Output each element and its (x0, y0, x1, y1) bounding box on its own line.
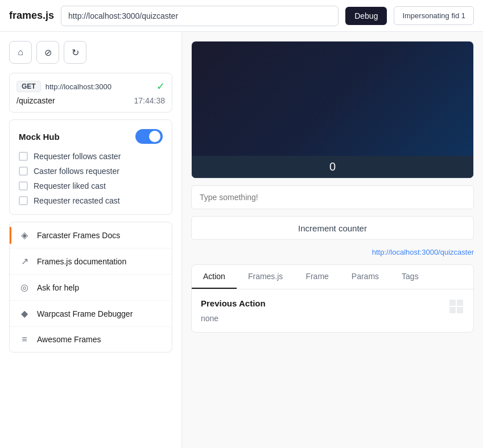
previous-action-value: none (201, 314, 266, 323)
links-card: ◈ Farcaster Frames Docs ↗ Frames.js docu… (9, 222, 172, 352)
tab-tags[interactable]: Tags (390, 265, 430, 289)
action-decoration-icon (448, 298, 464, 317)
tab-params[interactable]: Params (340, 265, 390, 289)
checkbox-input-caster-follows[interactable] (19, 167, 28, 176)
mock-hub-toggle[interactable] (135, 129, 163, 144)
frame-counter-bar: 0 (192, 156, 473, 178)
sidebar-item-ask-help[interactable]: ◎ Ask for help (10, 275, 172, 301)
farcaster-docs-icon: ◈ (19, 230, 30, 240)
mock-hub-title: Mock Hub (19, 132, 60, 142)
checkbox-label-caster-follows: Caster follows requester (34, 167, 119, 176)
tabs-panel: Action Frames.js Frame Params Tags Previ… (191, 264, 474, 333)
checkbox-label-follows-caster: Requester follows caster (34, 152, 121, 161)
checkbox-input-follows-caster[interactable] (19, 152, 28, 161)
svg-rect-2 (449, 307, 456, 313)
url-input[interactable] (61, 6, 338, 26)
svg-rect-3 (457, 307, 463, 313)
farcaster-docs-label: Farcaster Frames Docs (37, 231, 120, 240)
refresh-button[interactable]: ↻ (64, 41, 86, 64)
frame-increment-button[interactable]: Increment counter (191, 216, 474, 240)
request-card: GET http://localhost:3000 ✓ /quizcaster … (9, 73, 172, 113)
logo: frames.js (9, 10, 54, 22)
frame-text-input[interactable] (191, 185, 474, 209)
sidebar-item-farcaster-docs[interactable]: ◈ Farcaster Frames Docs (10, 222, 172, 248)
main-layout: ⌂ ⊘ ↻ GET http://localhost:3000 ✓ /quizc… (0, 32, 483, 448)
warpcast-icon: ◆ (19, 308, 30, 319)
checkbox-caster-follows-requester[interactable]: Caster follows requester (19, 167, 163, 176)
frame-preview: 0 (191, 41, 474, 179)
checkbox-list: Requester follows caster Caster follows … (19, 152, 163, 205)
mock-hub-card: Mock Hub Requester follows caster Caster… (9, 119, 172, 215)
request-url: http://localhost:3000 (46, 82, 152, 91)
tabs-header: Action Frames.js Frame Params Tags (192, 265, 473, 289)
awesome-frames-icon: ≡ (19, 334, 30, 345)
framesjs-docs-icon: ↗ (19, 256, 30, 267)
awesome-frames-label: Awesome Frames (37, 335, 101, 344)
warpcast-label: Warpcast Frame Debugger (37, 309, 133, 318)
framesjs-docs-label: Frames.js documentation (37, 257, 126, 266)
previous-action-left: Previous Action none (201, 298, 266, 323)
checkbox-label-liked-cast: Requester liked cast (34, 181, 106, 190)
checkbox-label-recasted: Requester recasted cast (34, 196, 120, 205)
request-bottom: /quizcaster 17:44:38 (16, 96, 165, 105)
checkbox-input-liked-cast[interactable] (19, 181, 28, 190)
sidebar-item-warpcast-debugger[interactable]: ◆ Warpcast Frame Debugger (10, 301, 172, 327)
checkbox-requester-liked-cast[interactable]: Requester liked cast (19, 181, 163, 190)
header: frames.js Debug Impersonating fid 1 (0, 0, 483, 32)
checkbox-input-recasted[interactable] (19, 196, 28, 205)
content-area: 0 Increment counter http://localhost:300… (182, 32, 483, 448)
ask-help-label: Ask for help (37, 283, 79, 292)
refresh-icon: ↻ (72, 47, 79, 58)
sidebar: ⌂ ⊘ ↻ GET http://localhost:3000 ✓ /quizc… (0, 32, 182, 448)
sidebar-item-framesjs-docs[interactable]: ↗ Frames.js documentation (10, 248, 172, 275)
tab-action[interactable]: Action (192, 265, 237, 289)
tab-content-action: Previous Action none (192, 289, 473, 332)
checkbox-requester-follows-caster[interactable]: Requester follows caster (19, 152, 163, 161)
checkbox-requester-recasted[interactable]: Requester recasted cast (19, 196, 163, 205)
debug-button[interactable]: Debug (345, 7, 387, 25)
request-path: /quizcaster (16, 96, 55, 105)
tab-framesjs[interactable]: Frames.js (237, 265, 294, 289)
frame-source-link[interactable]: http://localhost:3000/quizcaster (191, 247, 474, 258)
toolbar: ⌂ ⊘ ↻ (9, 41, 172, 64)
impersonate-button[interactable]: Impersonating fid 1 (394, 6, 474, 25)
status-icon: ✓ (156, 80, 165, 93)
ask-help-icon: ◎ (19, 282, 30, 293)
stop-button[interactable]: ⊘ (36, 41, 59, 64)
request-top: GET http://localhost:3000 ✓ (16, 80, 165, 93)
home-icon: ⌂ (18, 47, 23, 57)
frame-image: 0 (192, 42, 473, 178)
svg-rect-0 (449, 300, 456, 306)
previous-action-row: Previous Action none (201, 298, 464, 323)
mock-hub-header: Mock Hub (19, 129, 163, 144)
sidebar-item-awesome-frames[interactable]: ≡ Awesome Frames (10, 327, 172, 352)
previous-action-title: Previous Action (201, 298, 266, 308)
method-badge: GET (16, 81, 41, 92)
frame-counter-value: 0 (329, 160, 336, 173)
stop-icon: ⊘ (44, 47, 52, 58)
home-button[interactable]: ⌂ (9, 41, 32, 64)
tab-frame[interactable]: Frame (294, 265, 340, 289)
svg-rect-1 (457, 300, 463, 306)
request-time: 17:44:38 (134, 96, 166, 105)
left-accent-bar (10, 227, 11, 244)
